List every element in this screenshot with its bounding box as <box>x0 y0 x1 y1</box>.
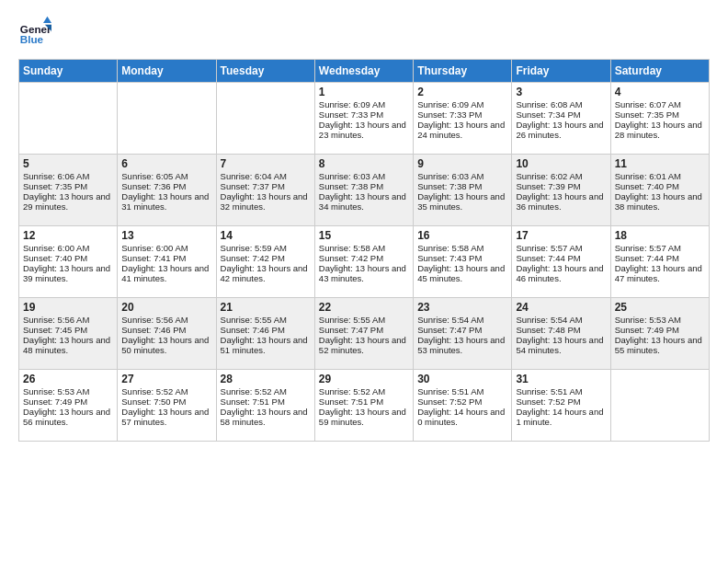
sunrise-text: Sunrise: 6:00 AM <box>121 243 211 253</box>
sunset-text: Sunset: 7:47 PM <box>417 325 507 335</box>
day-number: 28 <box>221 373 311 385</box>
sunrise-text: Sunrise: 5:51 AM <box>417 386 507 396</box>
daylight-text: Daylight: 13 hours and 54 minutes. <box>516 335 606 355</box>
week-row-2: 5Sunrise: 6:06 AMSunset: 7:35 PMDaylight… <box>19 155 710 226</box>
day-number: 10 <box>516 157 606 170</box>
daylight-text: Daylight: 13 hours and 56 minutes. <box>23 407 113 427</box>
day-cell: 24Sunrise: 5:54 AMSunset: 7:48 PMDayligh… <box>512 298 610 370</box>
sunset-text: Sunset: 7:52 PM <box>417 396 507 407</box>
daylight-text: Daylight: 13 hours and 26 minutes. <box>516 120 606 140</box>
sunset-text: Sunset: 7:33 PM <box>319 109 409 120</box>
daylight-text: Daylight: 13 hours and 55 minutes. <box>615 335 705 355</box>
sunset-text: Sunset: 7:37 PM <box>221 181 311 191</box>
day-header-tuesday: Tuesday <box>216 60 314 83</box>
day-cell: 31Sunrise: 5:51 AMSunset: 7:52 PMDayligh… <box>512 370 610 442</box>
day-header-thursday: Thursday <box>414 60 512 83</box>
day-number: 5 <box>23 157 113 170</box>
daylight-text: Daylight: 13 hours and 23 minutes. <box>319 120 409 140</box>
day-number: 8 <box>319 157 409 170</box>
sunset-text: Sunset: 7:50 PM <box>121 396 211 407</box>
day-cell: 19Sunrise: 5:56 AMSunset: 7:45 PMDayligh… <box>19 298 118 370</box>
sunrise-text: Sunrise: 6:05 AM <box>121 171 211 181</box>
day-cell: 12Sunrise: 6:00 AMSunset: 7:40 PMDayligh… <box>19 226 118 298</box>
daylight-text: Daylight: 13 hours and 59 minutes. <box>319 407 409 427</box>
sunrise-text: Sunrise: 5:53 AM <box>615 315 705 325</box>
sunrise-text: Sunrise: 5:52 AM <box>121 386 211 396</box>
week-row-5: 26Sunrise: 5:53 AMSunset: 7:49 PMDayligh… <box>19 370 710 442</box>
day-number: 16 <box>417 229 507 242</box>
logo: General Blue <box>18 15 51 48</box>
daylight-text: Daylight: 13 hours and 48 minutes. <box>23 335 113 355</box>
daylight-text: Daylight: 14 hours and 0 minutes. <box>417 407 507 427</box>
day-cell <box>610 370 709 442</box>
day-number: 31 <box>516 373 606 385</box>
day-header-friday: Friday <box>512 60 610 83</box>
sunrise-text: Sunrise: 6:09 AM <box>417 99 507 109</box>
day-cell: 27Sunrise: 5:52 AMSunset: 7:50 PMDayligh… <box>118 370 216 442</box>
day-number: 18 <box>615 229 705 242</box>
sunrise-text: Sunrise: 5:55 AM <box>221 315 311 325</box>
sunset-text: Sunset: 7:47 PM <box>319 325 409 335</box>
day-number: 20 <box>121 301 211 314</box>
header: General Blue <box>18 15 710 48</box>
daylight-text: Daylight: 13 hours and 31 minutes. <box>121 191 211 212</box>
day-cell: 26Sunrise: 5:53 AMSunset: 7:49 PMDayligh… <box>19 370 118 442</box>
day-cell: 13Sunrise: 6:00 AMSunset: 7:41 PMDayligh… <box>118 226 216 298</box>
day-cell: 16Sunrise: 5:58 AMSunset: 7:43 PMDayligh… <box>414 226 512 298</box>
sunset-text: Sunset: 7:49 PM <box>23 396 113 407</box>
day-cell: 2Sunrise: 6:09 AMSunset: 7:33 PMDaylight… <box>414 83 512 155</box>
day-cell: 29Sunrise: 5:52 AMSunset: 7:51 PMDayligh… <box>314 370 413 442</box>
sunrise-text: Sunrise: 5:58 AM <box>417 243 507 253</box>
sunset-text: Sunset: 7:46 PM <box>121 325 211 335</box>
day-number: 12 <box>23 229 113 242</box>
day-cell: 28Sunrise: 5:52 AMSunset: 7:51 PMDayligh… <box>216 370 314 442</box>
day-number: 6 <box>121 157 211 170</box>
daylight-text: Daylight: 13 hours and 28 minutes. <box>615 120 705 140</box>
day-header-monday: Monday <box>118 60 216 83</box>
daylight-text: Daylight: 13 hours and 29 minutes. <box>23 191 113 212</box>
sunrise-text: Sunrise: 5:52 AM <box>221 386 311 396</box>
sunset-text: Sunset: 7:40 PM <box>23 253 113 263</box>
daylight-text: Daylight: 13 hours and 42 minutes. <box>221 263 311 283</box>
day-number: 25 <box>615 301 705 314</box>
day-number: 1 <box>319 86 409 98</box>
day-number: 19 <box>23 301 113 314</box>
day-number: 17 <box>516 229 606 242</box>
day-cell: 30Sunrise: 5:51 AMSunset: 7:52 PMDayligh… <box>414 370 512 442</box>
sunrise-text: Sunrise: 5:53 AM <box>23 386 113 396</box>
day-cell: 22Sunrise: 5:55 AMSunset: 7:47 PMDayligh… <box>314 298 413 370</box>
day-cell: 3Sunrise: 6:08 AMSunset: 7:34 PMDaylight… <box>512 83 610 155</box>
sunrise-text: Sunrise: 5:54 AM <box>516 315 606 325</box>
day-number: 30 <box>417 373 507 385</box>
day-number: 4 <box>615 86 705 98</box>
day-header-saturday: Saturday <box>610 60 709 83</box>
daylight-text: Daylight: 13 hours and 47 minutes. <box>615 263 705 283</box>
day-cell: 9Sunrise: 6:03 AMSunset: 7:38 PMDaylight… <box>414 155 512 226</box>
logo-icon: General Blue <box>18 15 51 48</box>
sunrise-text: Sunrise: 5:57 AM <box>516 243 606 253</box>
sunrise-text: Sunrise: 5:58 AM <box>319 243 409 253</box>
daylight-text: Daylight: 13 hours and 24 minutes. <box>417 120 507 140</box>
day-number: 22 <box>319 301 409 314</box>
day-number: 26 <box>23 373 113 385</box>
sunset-text: Sunset: 7:48 PM <box>516 325 606 335</box>
sunrise-text: Sunrise: 6:09 AM <box>319 99 409 109</box>
day-number: 29 <box>319 373 409 385</box>
daylight-text: Daylight: 13 hours and 38 minutes. <box>615 191 705 212</box>
sunset-text: Sunset: 7:51 PM <box>319 396 409 407</box>
sunset-text: Sunset: 7:38 PM <box>319 181 409 191</box>
day-cell <box>118 83 216 155</box>
sunset-text: Sunset: 7:39 PM <box>516 181 606 191</box>
sunrise-text: Sunrise: 5:55 AM <box>319 315 409 325</box>
daylight-text: Daylight: 13 hours and 52 minutes. <box>319 335 409 355</box>
week-row-1: 1Sunrise: 6:09 AMSunset: 7:33 PMDaylight… <box>19 83 710 155</box>
day-number: 9 <box>417 157 507 170</box>
day-header-sunday: Sunday <box>19 60 118 83</box>
day-cell: 5Sunrise: 6:06 AMSunset: 7:35 PMDaylight… <box>19 155 118 226</box>
daylight-text: Daylight: 13 hours and 32 minutes. <box>221 191 311 212</box>
header-row: SundayMondayTuesdayWednesdayThursdayFrid… <box>19 60 710 83</box>
sunrise-text: Sunrise: 6:08 AM <box>516 99 606 109</box>
sunrise-text: Sunrise: 6:04 AM <box>221 171 311 181</box>
sunset-text: Sunset: 7:41 PM <box>121 253 211 263</box>
sunset-text: Sunset: 7:42 PM <box>319 253 409 263</box>
